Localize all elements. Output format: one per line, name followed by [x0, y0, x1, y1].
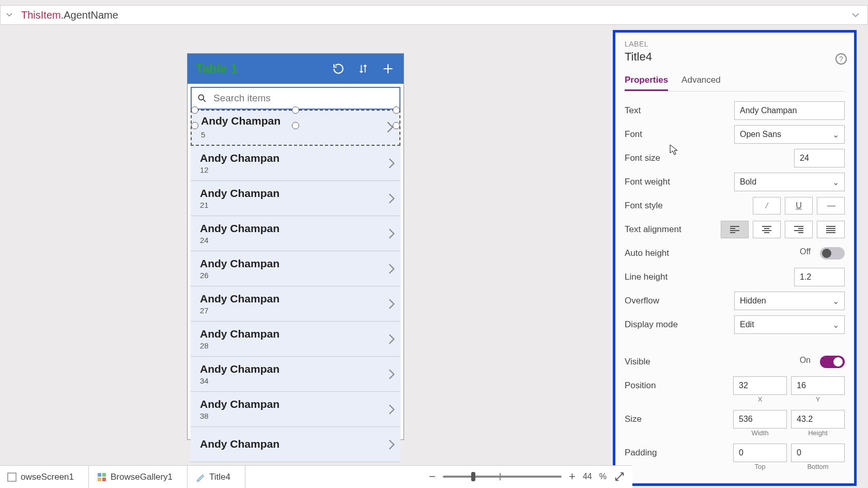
autoheight-toggle[interactable]: [820, 247, 845, 260]
size-width-input[interactable]: [733, 410, 787, 429]
fontweight-select[interactable]: Bold⌄: [734, 173, 845, 191]
visible-toggle[interactable]: [820, 356, 845, 368]
prop-label-fontstyle: Font style: [625, 201, 728, 211]
size-height-input[interactable]: [791, 410, 845, 429]
prop-label-fontweight: Font weight: [625, 177, 728, 187]
selected-gallery-item[interactable]: Andy Champan 5: [191, 110, 400, 146]
label-height: Height: [791, 429, 845, 437]
chevron-right-icon[interactable]: [388, 158, 395, 169]
resize-handle[interactable]: [292, 106, 299, 114]
chevron-right-icon[interactable]: [388, 369, 395, 380]
zoom-controls: − + 44 %: [429, 465, 625, 488]
padding-bottom-input[interactable]: [791, 444, 845, 462]
align-center-button[interactable]: [753, 221, 781, 238]
search-input[interactable]: [212, 92, 394, 104]
underline-button[interactable]: U: [785, 197, 813, 215]
prop-label-size: Size: [625, 414, 728, 424]
prop-label-position: Position: [625, 380, 728, 391]
item-title: Andy Champan: [200, 152, 388, 164]
gallery-item[interactable]: Andy Champan24: [191, 216, 400, 251]
control-name: Title4: [625, 50, 845, 64]
autoheight-state: Off: [800, 247, 811, 260]
formula-bar: ThisItem.AgentName: [0, 5, 868, 25]
prop-label-text: Text: [625, 105, 728, 116]
resize-handle[interactable]: [191, 106, 198, 114]
gallery-item[interactable]: Andy Champan: [191, 427, 400, 462]
visible-state: On: [800, 356, 811, 368]
app-preview: Table 1 Andy Champan 5: [187, 53, 404, 440]
resize-handle[interactable]: [191, 122, 198, 129]
item-subtitle: 21: [200, 201, 388, 209]
formula-text[interactable]: ThisItem.AgentName: [14, 9, 118, 21]
item-title: Andy Champan: [200, 438, 388, 450]
item-title: Andy Champan: [200, 363, 388, 375]
tab-properties[interactable]: Properties: [625, 71, 668, 91]
gallery-item[interactable]: Andy Champan21: [191, 181, 400, 216]
align-justify-button[interactable]: [817, 221, 845, 238]
align-right-button[interactable]: [785, 221, 813, 238]
label-y: Y: [791, 395, 845, 403]
text-input[interactable]: [734, 101, 845, 120]
zoom-slider-knob[interactable]: [471, 472, 475, 481]
displaymode-select[interactable]: Edit⌄: [734, 315, 845, 334]
lineheight-input[interactable]: [794, 268, 845, 286]
item-title: Andy Champan: [200, 398, 388, 410]
chevron-right-icon[interactable]: [388, 333, 395, 345]
panel-tabs: Properties Advanced: [625, 71, 845, 91]
item-title: Andy Champan: [200, 257, 388, 270]
resize-handle[interactable]: [292, 122, 299, 129]
overflow-select[interactable]: Hidden⌄: [734, 292, 845, 310]
app-title: Table 1: [196, 62, 321, 76]
item-title: Andy Champan: [200, 328, 388, 340]
gallery-item[interactable]: Andy Champan28: [191, 322, 400, 357]
breadcrumb-control[interactable]: Title4: [189, 466, 240, 489]
label-bottom: Bottom: [791, 463, 845, 470]
add-icon[interactable]: [381, 62, 395, 76]
prop-label-fontsize: Font size: [625, 153, 728, 163]
svg-rect-3: [102, 473, 106, 477]
resize-handle[interactable]: [393, 106, 400, 114]
chevron-right-icon[interactable]: [388, 439, 395, 450]
svg-point-0: [198, 95, 204, 100]
chevron-right-icon[interactable]: [388, 298, 395, 310]
sort-icon[interactable]: [356, 62, 370, 76]
chevron-right-icon[interactable]: [388, 404, 395, 415]
chevron-right-icon[interactable]: [388, 263, 395, 274]
strikethrough-button[interactable]: —: [817, 197, 845, 215]
italic-button[interactable]: /: [753, 197, 781, 215]
breadcrumb-gallery[interactable]: BrowseGallery1: [90, 466, 182, 489]
fit-to-window-icon[interactable]: [614, 471, 625, 482]
prop-label-textalign: Text alignment: [625, 224, 721, 235]
fontsize-input[interactable]: [794, 149, 845, 167]
chevron-down-icon: ⌄: [832, 296, 839, 306]
position-x-input[interactable]: [733, 376, 787, 395]
prop-label-autoheight: Auto height: [625, 248, 728, 258]
refresh-icon[interactable]: [331, 62, 346, 76]
svg-rect-4: [98, 478, 101, 481]
prop-label-lineheight: Line height: [625, 272, 728, 282]
formula-expand-icon[interactable]: [852, 13, 867, 18]
gallery-item[interactable]: Andy Champan26: [191, 251, 400, 286]
selected-item-subtitle: 5: [201, 130, 205, 139]
chevron-right-icon[interactable]: [388, 228, 395, 239]
resize-handle[interactable]: [393, 122, 400, 129]
align-left-button[interactable]: [721, 221, 749, 238]
gallery-item[interactable]: Andy Champan27: [191, 286, 400, 322]
position-y-input[interactable]: [791, 376, 845, 395]
zoom-out-button[interactable]: −: [429, 470, 436, 483]
item-subtitle: 26: [200, 271, 388, 280]
tab-advanced[interactable]: Advanced: [681, 71, 721, 91]
zoom-in-button[interactable]: +: [569, 470, 576, 483]
item-subtitle: 34: [200, 376, 388, 385]
font-select[interactable]: Open Sans⌄: [734, 125, 845, 144]
chevron-right-icon[interactable]: [388, 193, 395, 204]
gallery-item[interactable]: Andy Champan34: [191, 357, 400, 392]
gallery-item[interactable]: Andy Champan38: [191, 392, 400, 427]
padding-top-input[interactable]: [733, 444, 787, 462]
zoom-slider[interactable]: [443, 476, 562, 478]
help-icon[interactable]: ?: [835, 53, 847, 65]
formula-dropdown-icon[interactable]: [5, 10, 14, 20]
label-top: Top: [733, 463, 787, 470]
gallery-item[interactable]: Andy Champan12: [191, 146, 400, 181]
breadcrumb-screen[interactable]: owseScreen1: [0, 466, 84, 489]
